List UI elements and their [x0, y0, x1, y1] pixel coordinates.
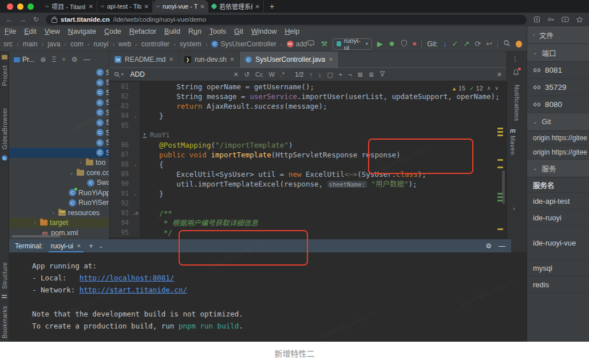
close-window-button[interactable]	[7, 3, 13, 10]
toolwindow-tab-maven[interactable]: m Maven	[509, 127, 516, 155]
tree-item[interactable]: CS	[9, 118, 109, 128]
service-row[interactable]: redis	[527, 276, 589, 293]
rollback-icon[interactable]: ↩	[486, 40, 492, 48]
prev-issue-icon[interactable]: ∧	[487, 85, 491, 91]
editor-tab[interactable]: MREADME.md✕	[109, 52, 179, 68]
tree-item[interactable]: CSwa	[9, 178, 109, 188]
menu-item-git[interactable]: Git	[234, 27, 243, 35]
editor-tab[interactable]: ❯run-dev.sh✕	[179, 52, 240, 68]
terminal-settings-gear-icon[interactable]: ⚙	[485, 242, 492, 250]
browser-tab[interactable]: ‹›ruoyi-vue - TitanIDE✕	[153, 0, 208, 13]
collapse-all-icon[interactable]: Ξ	[52, 56, 56, 64]
terminal-tab[interactable]: ruoyi-ui ✕	[49, 239, 84, 252]
user-avatar[interactable]	[516, 41, 522, 48]
filter-lines-icon[interactable]: ≣	[369, 71, 374, 78]
browser-tab[interactable]: ‹›项目 - TitanIDE✕	[42, 0, 97, 13]
git-commit-icon[interactable]: ✓	[452, 40, 458, 48]
terminal-dropdown-icon[interactable]: ⌄	[99, 243, 104, 249]
debug-icon[interactable]	[388, 39, 396, 49]
gear-icon[interactable]: ⚙	[72, 56, 78, 64]
next-match-icon[interactable]: ↓	[318, 71, 322, 78]
close-terminal-tab-icon[interactable]: ✕	[77, 243, 81, 249]
editor-tab[interactable]: CSysUserController.java✕	[240, 52, 339, 68]
coverage-icon[interactable]	[401, 39, 408, 49]
toolwindow-tab-structure[interactable]: Structure	[1, 262, 8, 289]
back-icon[interactable]: ←	[6, 15, 13, 23]
port-row[interactable]: 8081	[527, 62, 589, 79]
fold-marker[interactable]: ⌄	[132, 189, 140, 199]
breadcrumb-item[interactable]: web	[118, 40, 131, 48]
breadcrumb-item[interactable]: java	[48, 40, 60, 48]
tree-expand-icon[interactable]: ›	[50, 210, 56, 216]
tree-item[interactable]: CS	[9, 88, 109, 98]
breadcrumb-item[interactable]: ruoyi	[93, 40, 108, 48]
stop-icon[interactable]: ■	[413, 41, 417, 47]
section-ports[interactable]: ⌄ 端口	[527, 44, 589, 62]
search-everywhere-icon[interactable]	[503, 39, 511, 49]
hide-panel-icon[interactable]: —	[84, 56, 90, 64]
tree-item[interactable]: CS	[9, 78, 109, 88]
previous-match-icon[interactable]: ↑	[309, 71, 313, 78]
tree-item[interactable]: ⌄core.co	[9, 168, 109, 178]
editor-options-kebab-icon[interactable]: ⋮	[512, 55, 519, 63]
git-remote-row[interactable]: origin https://gitee	[527, 131, 589, 145]
scrollbar-thumb[interactable]	[502, 171, 505, 204]
service-row[interactable]: ide-api-test	[527, 193, 589, 209]
breadcrumb-item[interactable]: system	[180, 40, 201, 48]
terminal-link[interactable]: http://localhost:8081/	[80, 274, 175, 282]
url-bar[interactable]: start.titanide.cn/ide/web/coding/ruoyi-v…	[46, 15, 527, 25]
menu-item-edit[interactable]: Edit	[24, 27, 37, 35]
tab-close-icon[interactable]: ✕	[144, 3, 149, 10]
run-configuration-select[interactable]: ruoyi-ui ▾	[333, 38, 372, 50]
find-input[interactable]: ADD	[131, 70, 228, 78]
close-tab-icon[interactable]: ✕	[230, 57, 235, 62]
install-icon[interactable]	[533, 16, 540, 23]
close-tab-icon[interactable]: ✕	[329, 57, 333, 62]
next-issue-icon[interactable]: ∨	[495, 85, 499, 91]
whole-words-toggle[interactable]: W	[268, 71, 274, 78]
menu-item-build[interactable]: Build	[164, 27, 180, 35]
git-update-icon[interactable]: ↓	[443, 40, 447, 48]
history-icon[interactable]: ⟳	[475, 40, 481, 48]
select-all-matches-icon[interactable]: ▢	[327, 71, 333, 78]
section-files[interactable]: › 文件	[527, 26, 589, 44]
toolwindow-tab-bookmarks[interactable]: Bookmarks	[1, 306, 8, 338]
exclude-match-icon[interactable]: ¬	[348, 71, 351, 78]
menu-item-file[interactable]: File	[5, 27, 16, 35]
breadcrumb-item[interactable]: main	[23, 40, 38, 48]
tree-item[interactable]: CS	[9, 68, 109, 78]
horizontal-scrollbar[interactable]	[11, 235, 61, 238]
tree-item[interactable]: CS	[9, 98, 109, 108]
match-case-toggle[interactable]: Cc	[255, 71, 263, 78]
menu-item-view[interactable]: View	[45, 27, 60, 35]
git-push-icon[interactable]: ↗	[463, 40, 469, 48]
browser-tab[interactable]: ‹›api-test - TitanIDE✕	[97, 0, 153, 13]
filter-icon[interactable]	[380, 71, 385, 78]
expand-all-icon[interactable]: ÷	[62, 56, 66, 64]
terminal-link[interactable]: http://start.titanide.cn/	[80, 286, 187, 294]
tree-expand-icon[interactable]: ›	[78, 160, 84, 165]
tree-item[interactable]: ›too	[9, 158, 109, 168]
minimize-terminal-icon[interactable]: —	[499, 242, 505, 250]
tree-item[interactable]: CS	[9, 138, 109, 148]
toolwindow-tab-project[interactable]: Project	[1, 65, 8, 86]
menu-item-code[interactable]: Code	[104, 27, 121, 35]
search-icon[interactable]: ▾	[114, 72, 124, 78]
toolwindow-tab-gideabrowser[interactable]: GIdeaBrowser	[1, 108, 8, 149]
clear-search-icon[interactable]: ✕	[234, 71, 239, 78]
terminal-output[interactable]: App running at:- Local: http://localhost…	[9, 252, 527, 342]
menu-item-run[interactable]: Run	[188, 27, 201, 35]
project-tab[interactable]: Pr...	[14, 56, 34, 64]
password-key-icon[interactable]	[547, 16, 555, 23]
menu-item-navigate[interactable]: Navigate	[68, 27, 96, 35]
tree-expand-icon[interactable]: ⌄	[69, 170, 74, 176]
notifications-bell-icon[interactable]	[512, 69, 520, 76]
tree-item[interactable]: ›resources	[9, 208, 109, 218]
reload-icon[interactable]: ↻	[33, 15, 39, 23]
menu-item-help[interactable]: Help	[284, 27, 299, 35]
tree-item[interactable]: CRuoYiApp	[9, 188, 109, 198]
menu-item-refactor[interactable]: Refactor	[129, 27, 156, 35]
build-hammer-icon[interactable]: ⚒	[321, 40, 328, 48]
breadcrumb-item-method[interactable]: madd	[287, 40, 307, 48]
minimize-window-button[interactable]	[17, 3, 23, 10]
